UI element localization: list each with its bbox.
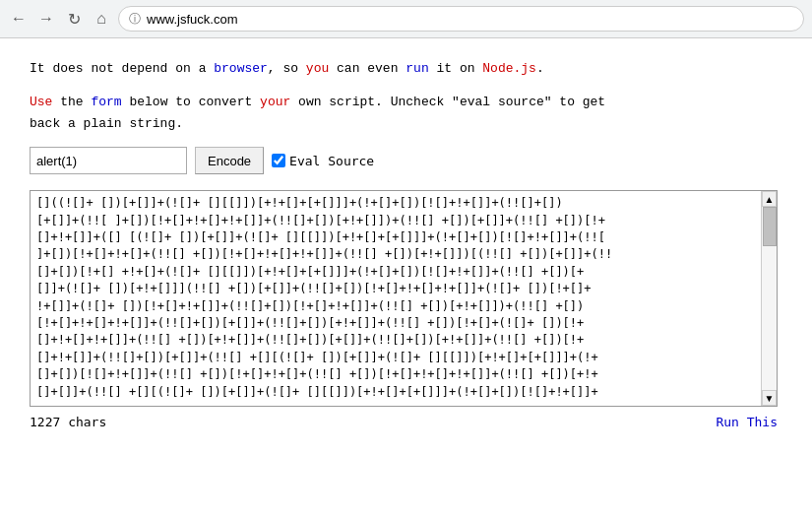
script-input[interactable] [30, 147, 187, 174]
back-button[interactable]: ← [8, 8, 30, 30]
scrollbar-thumb[interactable] [763, 207, 777, 246]
chars-count: 1227 chars [30, 415, 106, 429]
desc2-your: your [260, 95, 290, 109]
forward-button[interactable]: → [35, 8, 57, 30]
desc1-nodejs: Node.js [482, 61, 536, 76]
page-content: It does not depend on a browser, so you … [0, 38, 812, 449]
address-bar[interactable]: ⓘ www.jsfuck.com [118, 6, 804, 32]
eval-source-checkbox[interactable] [272, 154, 285, 167]
output-textarea[interactable] [31, 191, 761, 406]
output-container: ▲ ▼ [30, 190, 778, 407]
browser-chrome: ← → ↻ ⌂ ⓘ www.jsfuck.com [0, 0, 812, 38]
footer-row: 1227 chars Run This [30, 415, 778, 429]
desc1-run: run [406, 61, 428, 76]
scroll-down-arrow[interactable]: ▼ [762, 390, 777, 406]
desc1-you: you [306, 61, 329, 76]
reload-button[interactable]: ↻ [63, 8, 85, 30]
desc1-browser: browser [214, 61, 268, 76]
desc1-text2: , so [268, 61, 306, 76]
desc2-form: form [91, 95, 121, 109]
secure-icon: ⓘ [129, 11, 141, 28]
desc2-text2: below to convert [122, 95, 260, 109]
desc1-period: . [536, 61, 544, 76]
description-line1: It does not depend on a browser, so you … [30, 58, 782, 80]
eval-source-label[interactable]: Eval Source [289, 154, 374, 168]
scrollbar[interactable]: ▲ ▼ [761, 191, 777, 406]
run-this-link[interactable]: Run This [716, 415, 778, 429]
url-text: www.jsfuck.com [147, 12, 237, 27]
home-button[interactable]: ⌂ [91, 8, 112, 30]
desc1-text1: It does not depend on a [30, 61, 214, 76]
desc2-text1: the [52, 95, 91, 109]
form-row: Encode Eval Source [30, 147, 782, 174]
eval-source-wrap: Eval Source [272, 154, 374, 168]
desc2-use: Use [30, 95, 52, 109]
desc1-text3: can even [329, 61, 406, 76]
scroll-up-arrow[interactable]: ▲ [762, 191, 777, 207]
description-line2: Use the form below to convert your own s… [30, 92, 782, 135]
desc1-text4: it on [429, 61, 483, 76]
encode-button[interactable]: Encode [195, 147, 264, 174]
